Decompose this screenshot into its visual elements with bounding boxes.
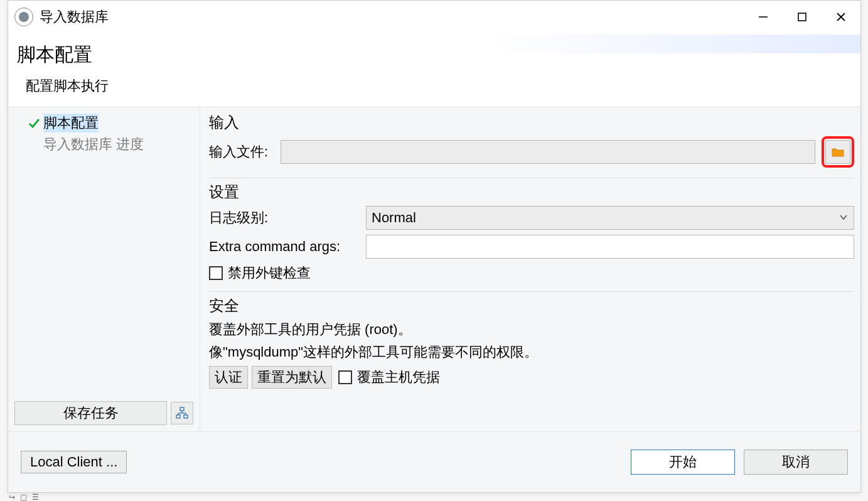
log-level-label: 日志级别:	[209, 208, 360, 227]
local-client-button[interactable]: Local Client ...	[21, 451, 127, 473]
wizard-header: 脚本配置 配置脚本执行	[8, 33, 860, 107]
close-button[interactable]	[822, 4, 860, 30]
step-script-config[interactable]: 脚本配置	[8, 112, 200, 134]
browse-file-button[interactable]	[825, 140, 850, 164]
step-label: 脚本配置	[43, 114, 99, 132]
wizard-steps: 脚本配置 导入数据库 进度	[8, 107, 200, 401]
group-title: 安全	[209, 296, 854, 316]
auth-button[interactable]: 认证	[209, 366, 248, 389]
svg-rect-9	[176, 415, 180, 418]
log-level-row: 日志级别: Normal	[209, 206, 854, 230]
reset-default-button[interactable]: 重置为默认	[252, 366, 332, 389]
input-file-field[interactable]	[281, 140, 815, 164]
import-database-dialog: 导入数据库 脚本配置 配置脚本执行	[8, 0, 861, 493]
list-icon: ☰	[32, 493, 39, 502]
minimize-button[interactable]	[744, 4, 783, 30]
dialog-footer: Local Client ... 开始 取消	[8, 432, 860, 492]
log-level-select[interactable]: Normal	[366, 206, 854, 230]
save-task-button[interactable]: 保存任务	[14, 401, 167, 425]
group-title: 输入	[209, 112, 854, 132]
window-title: 导入数据库	[40, 8, 109, 26]
square-icon: ▢	[20, 493, 27, 502]
close-icon	[835, 11, 847, 23]
extra-args-field[interactable]	[366, 235, 854, 259]
background-toolbar-strip: ↪ ▢ ☰	[9, 493, 39, 501]
override-host-label: 覆盖主机凭据	[357, 368, 440, 387]
minimize-icon	[758, 11, 769, 23]
folder-icon	[832, 147, 844, 157]
extra-args-label: Extra command args:	[209, 239, 360, 255]
input-file-row: 输入文件:	[209, 136, 854, 168]
security-desc-1: 覆盖外部工具的用户凭据 (root)。	[209, 320, 854, 340]
wizard-main-panel: 输入 输入文件: 设置 日志级别:	[200, 107, 860, 431]
group-settings: 设置 日志级别: Normal Extra command args:	[209, 181, 854, 292]
cancel-button[interactable]: 取消	[744, 450, 848, 475]
wizard-sidebar: 脚本配置 导入数据库 进度 保存任务	[8, 107, 200, 431]
disable-fk-row[interactable]: 禁用外键检查	[209, 264, 854, 283]
window-controls	[744, 4, 860, 30]
flowchart-icon	[176, 407, 188, 419]
chevron-down-icon	[839, 210, 849, 226]
group-security: 安全 覆盖外部工具的用户凭据 (root)。 像"mysqldump"这样的外部…	[209, 294, 854, 394]
sidebar-footer: 保存任务	[8, 401, 200, 431]
security-controls: 认证 重置为默认 覆盖主机凭据	[209, 366, 854, 389]
page-subtitle: 配置脚本执行	[26, 77, 860, 95]
step-import-progress[interactable]: 导入数据库 进度	[8, 134, 200, 155]
dialog-body: 脚本配置 导入数据库 进度 保存任务	[8, 107, 860, 432]
app-icon	[14, 8, 33, 26]
svg-rect-10	[184, 415, 188, 418]
extra-args-row: Extra command args:	[209, 235, 854, 259]
input-file-label: 输入文件:	[209, 143, 274, 161]
maximize-button[interactable]	[783, 4, 822, 30]
log-level-value: Normal	[372, 210, 416, 226]
disable-fk-label: 禁用外键检查	[228, 264, 311, 283]
override-host-row[interactable]: 覆盖主机凭据	[338, 368, 440, 387]
group-input: 输入 输入文件:	[209, 111, 854, 178]
arrow-icon: ↪	[9, 493, 15, 502]
maximize-icon	[796, 11, 808, 23]
security-desc-2: 像"mysqldump"这样的外部工具可能需要不同的权限。	[209, 342, 854, 362]
group-title: 设置	[209, 182, 854, 202]
titlebar: 导入数据库	[8, 1, 860, 33]
start-button[interactable]: 开始	[631, 450, 735, 475]
override-host-checkbox[interactable]	[338, 370, 352, 384]
step-label: 导入数据库 进度	[43, 136, 144, 152]
browse-button-highlight	[822, 136, 854, 168]
check-icon	[27, 116, 41, 130]
svg-rect-4	[180, 407, 184, 411]
disable-fk-checkbox[interactable]	[209, 266, 223, 280]
svg-rect-1	[798, 13, 806, 21]
schedule-task-button[interactable]	[171, 402, 193, 424]
header-decoration	[484, 35, 860, 53]
